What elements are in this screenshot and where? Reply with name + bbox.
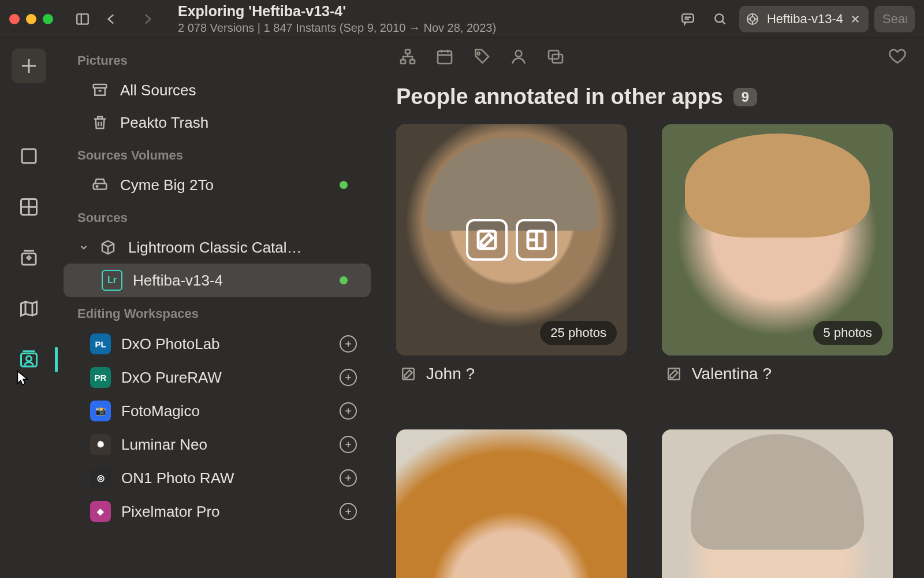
cube-icon xyxy=(98,238,118,257)
filter-chip-close-icon[interactable] xyxy=(849,13,862,25)
sidebar-item-label: Pixelmator Pro xyxy=(121,503,360,521)
sidebar-item-label: Heftiba-v13-4 xyxy=(133,272,360,290)
sidebar-section-sources: Sources xyxy=(64,201,371,231)
svg-point-55 xyxy=(478,53,480,55)
sidebar-item-lr-catalog[interactable]: Lightroom Classic Catal… xyxy=(64,231,371,264)
search-field[interactable] xyxy=(874,6,915,32)
sidebar-item-label: Lightroom Classic Catal… xyxy=(128,239,360,257)
sidebar-item-workspace[interactable]: ◆Pixelmator Pro xyxy=(64,495,371,528)
app-badge-icon: PR xyxy=(90,367,111,388)
sidebar-item-volume[interactable]: Cyme Big 2To xyxy=(64,169,371,201)
tag-icon[interactable] xyxy=(470,45,493,68)
sidebar-item-workspace[interactable]: ✺Luminar Neo xyxy=(64,428,371,461)
sidebar-item-label: DxO PureRAW xyxy=(121,369,360,387)
person-card[interactable]: 25 photosJohn ? xyxy=(396,124,627,383)
person-card[interactable]: 5 photosValentina ? xyxy=(662,124,893,383)
svg-point-34 xyxy=(96,186,98,187)
left-rail xyxy=(0,38,58,578)
edit-person-button[interactable] xyxy=(466,219,508,261)
rail-item-people[interactable] xyxy=(12,342,46,377)
title-block: Exploring 'Heftiba-v13-4' 2 078 Versions… xyxy=(178,3,496,35)
sidebar-item-workspace[interactable]: 📸FotoMagico xyxy=(64,394,371,428)
rail-add-button[interactable] xyxy=(12,49,46,83)
rail-item-library[interactable] xyxy=(12,139,46,173)
app-badge-icon: ✺ xyxy=(90,434,111,455)
sidebar-item-all-sources[interactable]: All Sources xyxy=(64,74,371,106)
svg-rect-48 xyxy=(405,50,410,54)
svg-rect-29 xyxy=(94,84,107,88)
archive-icon xyxy=(90,80,110,100)
filter-chip-label: Heftiba-v13-4 xyxy=(767,12,843,27)
rail-item-smart[interactable] xyxy=(12,240,46,275)
window-subtitle: 2 078 Versions | 1 847 Instants (Sep 9, … xyxy=(178,21,496,35)
sidebar-item-label: ON1 Photo RAW xyxy=(121,469,360,487)
main-heading: People annotated in other apps 9 xyxy=(381,75,924,124)
sidebar-item-heftiba[interactable]: Lr Heftiba-v13-4 xyxy=(64,264,371,297)
chevron-down-icon[interactable] xyxy=(77,241,90,254)
edit-name-icon[interactable] xyxy=(665,365,683,383)
add-workspace-button[interactable] xyxy=(340,436,357,453)
rail-item-grid[interactable] xyxy=(12,190,46,224)
sidebar-item-label: FotoMagico xyxy=(121,402,360,420)
person-thumbnail[interactable] xyxy=(662,429,893,578)
ai-icon xyxy=(744,10,761,28)
sidebar-section-workspaces: Editing Workspaces xyxy=(64,297,371,327)
nav-forward-button[interactable] xyxy=(132,6,163,32)
person-card[interactable] xyxy=(662,429,893,578)
person-thumbnail[interactable]: 25 photos xyxy=(396,124,627,355)
person-name: John ? xyxy=(426,365,475,383)
titlebar: Exploring 'Heftiba-v13-4' 2 078 Versions… xyxy=(0,0,924,38)
app-badge-icon: 📸 xyxy=(90,401,111,421)
add-workspace-button[interactable] xyxy=(340,469,357,487)
app-badge-icon: PL xyxy=(90,334,111,354)
add-workspace-button[interactable] xyxy=(340,402,357,420)
filter-chip[interactable]: Heftiba-v13-4 xyxy=(739,6,869,32)
hierarchy-icon[interactable] xyxy=(396,45,419,68)
sidebar-item-label: Peakto Trash xyxy=(120,114,360,132)
svg-point-7 xyxy=(750,17,755,21)
svg-rect-2 xyxy=(682,14,694,22)
svg-line-6 xyxy=(722,21,725,24)
svg-rect-50 xyxy=(410,60,415,64)
sidebar-item-label: Cyme Big 2To xyxy=(120,176,360,194)
sidebar-item-trash[interactable]: Peakto Trash xyxy=(64,106,371,139)
status-dot-icon xyxy=(340,181,348,189)
search-icon[interactable] xyxy=(707,6,733,32)
photo-count-badge: 25 photos xyxy=(540,321,617,345)
window-close-button[interactable] xyxy=(9,14,20,24)
person-card[interactable] xyxy=(396,429,627,578)
add-workspace-button[interactable] xyxy=(340,503,357,520)
person-icon[interactable] xyxy=(507,45,530,68)
chat-icon[interactable] xyxy=(675,6,701,32)
window-title: Exploring 'Heftiba-v13-4' xyxy=(178,3,496,20)
window-fullscreen-button[interactable] xyxy=(43,14,53,24)
main-heading-count: 9 xyxy=(733,88,757,106)
nav-back-button[interactable] xyxy=(96,6,127,32)
reviews-icon[interactable] xyxy=(544,45,567,68)
add-workspace-button[interactable] xyxy=(340,369,357,386)
people-grid: 25 photosJohn ?5 photosValentina ? xyxy=(381,124,924,578)
person-thumbnail[interactable] xyxy=(396,429,627,578)
face-image xyxy=(662,429,893,578)
sidebar-item-workspace[interactable]: PRDxO PureRAW xyxy=(64,361,371,394)
sidebar-item-label: All Sources xyxy=(120,81,360,99)
calendar-icon[interactable] xyxy=(433,45,456,68)
main-heading-text: People annotated in other apps xyxy=(396,84,723,109)
window-minimize-button[interactable] xyxy=(26,14,36,24)
sidebar-item-workspace[interactable]: ◎ON1 Photo RAW xyxy=(64,461,371,495)
grid-view-button[interactable] xyxy=(516,219,557,261)
app-badge-icon: ◆ xyxy=(90,501,111,522)
sidebar-item-workspace[interactable]: PLDxO PhotoLab xyxy=(64,327,371,361)
edit-name-icon[interactable] xyxy=(400,365,417,383)
svg-rect-0 xyxy=(77,14,88,24)
person-thumbnail[interactable]: 5 photos xyxy=(662,124,893,355)
lightroom-icon: Lr xyxy=(102,270,122,291)
add-workspace-button[interactable] xyxy=(340,335,357,353)
heart-icon[interactable] xyxy=(886,45,909,68)
rail-item-map[interactable] xyxy=(12,291,46,326)
svg-point-5 xyxy=(715,14,723,22)
svg-point-56 xyxy=(516,50,522,57)
svg-rect-17 xyxy=(22,149,36,163)
search-input[interactable] xyxy=(882,12,907,27)
sidebar-toggle-button[interactable] xyxy=(69,6,96,32)
